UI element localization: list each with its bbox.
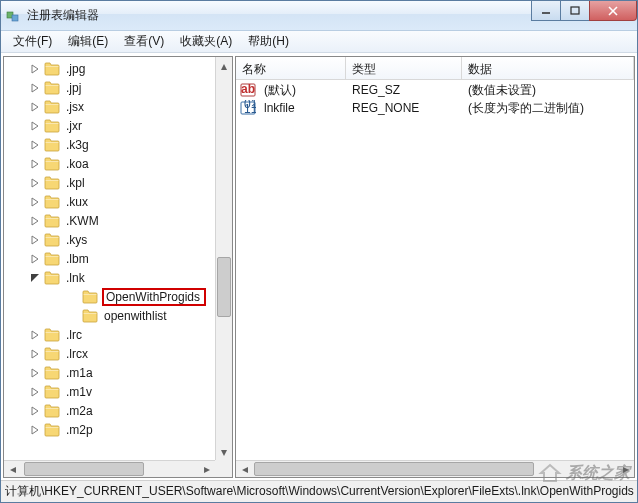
folder-icon (44, 404, 60, 418)
menu-file[interactable]: 文件(F) (5, 31, 60, 52)
expander-closed-icon[interactable] (29, 253, 41, 265)
expander-closed-icon[interactable] (29, 120, 41, 132)
tree-item-label: .kpl (64, 175, 87, 191)
tree-item[interactable]: .jxr (6, 116, 232, 135)
expander-closed-icon[interactable] (29, 101, 41, 113)
tree-item-label: .jsx (64, 99, 86, 115)
tree-item-label: .kys (64, 232, 89, 248)
scroll-thumb[interactable] (254, 462, 534, 476)
expander-closed-icon[interactable] (29, 177, 41, 189)
tree-item[interactable]: .lnk (6, 268, 232, 287)
maximize-button[interactable] (560, 1, 590, 21)
string-value-icon (240, 82, 256, 98)
expander-closed-icon[interactable] (29, 63, 41, 75)
menu-favorites[interactable]: 收藏夹(A) (172, 31, 240, 52)
tree-vertical-scrollbar[interactable]: ▴ ▾ (215, 57, 232, 460)
tree-item-label: openwithlist (102, 308, 169, 324)
folder-icon (44, 366, 60, 380)
column-header-name[interactable]: 名称 (236, 57, 346, 79)
menubar: 文件(F) 编辑(E) 查看(V) 收藏夹(A) 帮助(H) (1, 31, 637, 53)
scroll-corner (215, 460, 232, 477)
tree-item[interactable]: .m1v (6, 382, 232, 401)
value-data: (数值未设置) (462, 82, 634, 99)
expander-closed-icon[interactable] (29, 329, 41, 341)
tree-item[interactable]: .lbm (6, 249, 232, 268)
menu-help[interactable]: 帮助(H) (240, 31, 297, 52)
expander-closed-icon[interactable] (29, 367, 41, 379)
scroll-thumb[interactable] (24, 462, 144, 476)
value-row[interactable]: (默认)REG_SZ(数值未设置) (236, 81, 634, 99)
registry-editor-window: 注册表编辑器 文件(F) 编辑(E) 查看(V) 收藏夹(A) 帮助(H) .j… (0, 0, 638, 503)
registry-tree[interactable]: .jpg.jpj.jsx.jxr.k3g.koa.kpl.kux.KWM.kys… (4, 57, 232, 477)
tree-item-label: .jxr (64, 118, 84, 134)
folder-icon (82, 309, 98, 323)
tree-item[interactable]: .lrcx (6, 344, 232, 363)
tree-item[interactable]: OpenWithProgids (6, 287, 232, 306)
expander-closed-icon[interactable] (29, 158, 41, 170)
value-row[interactable]: lnkfileREG_NONE(长度为零的二进制值) (236, 99, 634, 117)
scroll-left-arrow-icon[interactable]: ◂ (236, 461, 253, 477)
folder-icon (44, 252, 60, 266)
scroll-up-arrow-icon[interactable]: ▴ (216, 57, 232, 74)
folder-icon (44, 81, 60, 95)
statusbar: 计算机\HKEY_CURRENT_USER\Software\Microsoft… (1, 480, 637, 502)
values-horizontal-scrollbar[interactable]: ◂ ▸ (236, 460, 634, 477)
tree-item-label: .lrcx (64, 346, 90, 362)
scroll-left-arrow-icon[interactable]: ◂ (4, 461, 21, 477)
folder-icon (82, 290, 98, 304)
tree-item[interactable]: .kux (6, 192, 232, 211)
tree-item-label: .m1v (64, 384, 94, 400)
tree-item[interactable]: .koa (6, 154, 232, 173)
tree-item[interactable]: openwithlist (6, 306, 232, 325)
expander-closed-icon[interactable] (29, 386, 41, 398)
expander-closed-icon[interactable] (29, 82, 41, 94)
minimize-button[interactable] (531, 1, 561, 21)
column-header-data[interactable]: 数据 (462, 57, 634, 79)
scroll-right-arrow-icon[interactable]: ▸ (198, 461, 215, 477)
content-area: .jpg.jpj.jsx.jxr.k3g.koa.kpl.kux.KWM.kys… (1, 53, 637, 480)
menu-view[interactable]: 查看(V) (116, 31, 172, 52)
tree-item-label: .jpj (64, 80, 83, 96)
folder-icon (44, 214, 60, 228)
binary-value-icon (240, 100, 256, 116)
tree-item-label: .k3g (64, 137, 91, 153)
tree-item[interactable]: .k3g (6, 135, 232, 154)
tree-pane: .jpg.jpj.jsx.jxr.k3g.koa.kpl.kux.KWM.kys… (3, 56, 233, 478)
tree-item[interactable]: .m1a (6, 363, 232, 382)
tree-item-label: .m2p (64, 422, 95, 438)
expander-closed-icon[interactable] (29, 196, 41, 208)
close-button[interactable] (589, 1, 637, 21)
expander-closed-icon[interactable] (29, 405, 41, 417)
menu-edit[interactable]: 编辑(E) (60, 31, 116, 52)
folder-icon (44, 328, 60, 342)
tree-item[interactable]: .jsx (6, 97, 232, 116)
scroll-thumb[interactable] (217, 257, 231, 317)
expander-closed-icon[interactable] (29, 424, 41, 436)
tree-item[interactable]: .jpj (6, 78, 232, 97)
tree-item[interactable]: .lrc (6, 325, 232, 344)
folder-icon (44, 423, 60, 437)
tree-item[interactable]: .KWM (6, 211, 232, 230)
folder-icon (44, 176, 60, 190)
tree-item[interactable]: .jpg (6, 59, 232, 78)
tree-item[interactable]: .m2p (6, 420, 232, 439)
values-list[interactable]: (默认)REG_SZ(数值未设置)lnkfileREG_NONE(长度为零的二进… (236, 80, 634, 477)
tree-item[interactable]: .kpl (6, 173, 232, 192)
tree-item-label: .KWM (64, 213, 101, 229)
expander-closed-icon[interactable] (29, 348, 41, 360)
tree-item-label: OpenWithProgids (102, 288, 206, 306)
titlebar[interactable]: 注册表编辑器 (1, 1, 637, 31)
tree-horizontal-scrollbar[interactable]: ◂ ▸ (4, 460, 215, 477)
expander-closed-icon[interactable] (29, 234, 41, 246)
scroll-down-arrow-icon[interactable]: ▾ (216, 443, 232, 460)
expander-open-icon[interactable] (29, 272, 41, 284)
value-name: (默认) (258, 82, 346, 99)
expander-closed-icon[interactable] (29, 215, 41, 227)
tree-item[interactable]: .m2a (6, 401, 232, 420)
tree-item-label: .m2a (64, 403, 95, 419)
app-icon (5, 8, 21, 24)
scroll-right-arrow-icon[interactable]: ▸ (617, 461, 634, 477)
expander-closed-icon[interactable] (29, 139, 41, 151)
column-header-type[interactable]: 类型 (346, 57, 462, 79)
tree-item[interactable]: .kys (6, 230, 232, 249)
